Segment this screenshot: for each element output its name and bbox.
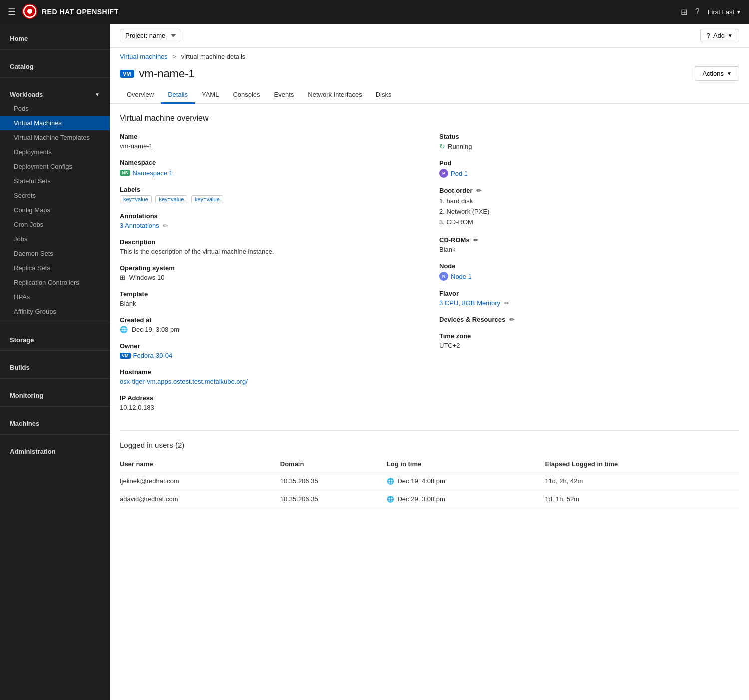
table-row: adavid@redhat.com 10.35.206.35 🌐 Dec 29,… [120,490,739,508]
actions-chevron-icon: ▼ [727,71,732,76]
sidebar-item-affinity-groups[interactable]: Affinity Groups [0,304,110,319]
field-node: Node N Node 1 [439,262,739,281]
tab-details[interactable]: Details [161,87,195,104]
field-namespace: Namespace NS Namespace 1 [120,159,419,177]
tab-network-interfaces[interactable]: Network Interfaces [301,87,369,104]
pod-link[interactable]: Pod 1 [451,170,468,177]
annotations-edit-icon[interactable]: ✏ [163,222,168,229]
os-value: ⊞ Windows 10 [120,274,419,281]
sidebar-item-jobs[interactable]: Jobs [0,232,110,246]
table-row: tjelinek@redhat.com 10.35.206.35 🌐 Dec 1… [120,472,739,490]
sidebar-item-monitoring[interactable]: Monitoring [0,387,110,402]
tab-events[interactable]: Events [267,87,301,104]
node-value: N Node 1 [439,272,472,281]
namespace-link[interactable]: Namespace 1 [133,169,173,177]
field-flavor: Flavor 3 CPU, 8GB Memory ✏ [439,290,739,307]
sidebar-item-cron-jobs[interactable]: Cron Jobs [0,217,110,232]
cdroms-edit-icon[interactable]: ✏ [473,237,478,244]
svg-point-1 [27,9,32,14]
status-value: ↻ Running [439,142,739,150]
flavor-value: 3 CPU, 8GB Memory ✏ [439,299,739,307]
field-owner: Owner VM Fedora-30-04 [120,342,419,360]
add-button[interactable]: ? Add ▼ [700,29,739,42]
col-login-time: Log in time [387,456,545,472]
sidebar-item-builds[interactable]: Builds [0,359,110,374]
page-title-row: VM vm-name-1 [120,67,195,80]
sidebar-item-administration[interactable]: Administration [0,443,110,458]
sidebar-item-storage[interactable]: Storage [0,331,110,347]
owner-link[interactable]: Fedora-30-04 [133,352,173,359]
user-2-login-time: 🌐 Dec 29, 3:08 pm [387,490,545,508]
detail-columns: Name vm-name-1 Namespace NS Namespace 1 … [120,133,739,420]
user-chevron-icon: ▼ [736,9,741,15]
sidebar-item-virtual-machines[interactable]: Virtual Machines [0,116,110,130]
logged-users-section: Logged in users (2) User name Domain Log… [120,441,739,508]
sidebar-item-stateful-sets[interactable]: Stateful Sets [0,174,110,188]
navbar-icons: ⊞ ? First Last ▼ [681,7,741,17]
page-title: vm-name-1 [139,67,195,80]
sidebar-item-pods[interactable]: Pods [0,101,110,116]
sidebar-item-deployments[interactable]: Deployments [0,145,110,159]
sidebar-item-catalog[interactable]: Catalog [0,58,110,73]
time-icon-2: 🌐 [387,496,394,503]
breadcrumb: Virtual machines > virtual machine detai… [110,48,749,62]
tab-overview[interactable]: Overview [120,87,161,104]
owner-value: VM Fedora-30-04 [120,352,172,359]
page-header: VM vm-name-1 Actions ▼ [110,62,749,87]
grid-icon[interactable]: ⊞ [681,7,687,17]
section-divider [120,430,739,431]
content-area: Virtual machine overview Name vm-name-1 … [110,104,749,518]
col-elapsed: Elapsed Logged in time [545,456,739,472]
owner-vm-icon: VM [120,353,131,359]
sidebar-item-replica-sets[interactable]: Replica Sets [0,261,110,275]
sidebar-workloads-title[interactable]: Workloads ▼ [0,86,110,101]
label-tag-3[interactable]: key=value [191,195,223,203]
sidebar-item-hpas[interactable]: HPAs [0,290,110,304]
devices-edit-icon[interactable]: ✏ [509,316,514,323]
project-select[interactable]: Project: name [120,29,180,42]
node-icon: N [439,272,448,281]
user-2-username: adavid@redhat.com [120,490,280,508]
question-icon: ? [707,32,710,39]
label-tag-1[interactable]: key=value [120,195,152,203]
help-icon[interactable]: ? [695,7,700,16]
boot-order-edit-icon[interactable]: ✏ [476,187,481,194]
sidebar-item-vm-templates[interactable]: Virtual Machine Templates [0,130,110,145]
flavor-link[interactable]: 3 CPU, 8GB Memory [439,299,500,307]
annotations-value: 3 Annotations ✏ [120,222,419,229]
user-menu[interactable]: First Last ▼ [708,8,741,16]
actions-button[interactable]: Actions ▼ [695,66,739,81]
workloads-chevron-icon: ▼ [95,92,100,97]
node-link[interactable]: Node 1 [451,273,472,280]
hamburger-icon[interactable]: ☰ [8,6,16,17]
flavor-edit-icon[interactable]: ✏ [504,300,509,307]
hostname-link[interactable]: osx-tiger-vm.apps.ostest.test.metalkube.… [120,378,248,385]
sidebar-item-machines[interactable]: Machines [0,415,110,430]
field-status: Status ↻ Running [439,133,739,150]
left-column: Name vm-name-1 Namespace NS Namespace 1 … [120,133,419,420]
sidebar-item-secrets[interactable]: Secrets [0,188,110,203]
running-icon: ↻ [439,142,445,150]
navbar: ☰ RED HAT OPENSHIFT ⊞ ? First Last ▼ [0,0,749,24]
hostname-value: osx-tiger-vm.apps.ostest.test.metalkube.… [120,378,419,385]
sidebar-item-home[interactable]: Home [0,30,110,45]
user-1-domain: 10.35.206.35 [280,472,387,490]
logged-users-title: Logged in users (2) [120,441,739,449]
sidebar-item-daemon-sets[interactable]: Daemon Sets [0,246,110,261]
pod-icon: P [439,169,448,178]
annotations-link[interactable]: 3 Annotations [120,222,159,229]
namespace-icon: NS [120,170,130,176]
tab-yaml[interactable]: YAML [195,87,226,104]
label-tag-2[interactable]: key=value [155,195,187,203]
sidebar-item-config-maps[interactable]: Config Maps [0,203,110,217]
sidebar-item-replication-controllers[interactable]: Replication Controllers [0,275,110,290]
field-boot-order: Boot order ✏ 1. hard disk 2. Network (PX… [439,187,739,227]
tab-disks[interactable]: Disks [369,87,399,104]
sidebar-item-deployment-configs[interactable]: Deployment Configs [0,159,110,174]
main-content: Project: name ? Add ▼ Virtual machines >… [110,24,749,700]
section-title: Virtual machine overview [120,114,739,123]
tab-consoles[interactable]: Consoles [226,87,267,104]
field-timezone: Time zone UTC+2 [439,332,739,349]
boot-order-label: Boot order ✏ [439,187,739,194]
breadcrumb-link[interactable]: Virtual machines [120,53,168,60]
